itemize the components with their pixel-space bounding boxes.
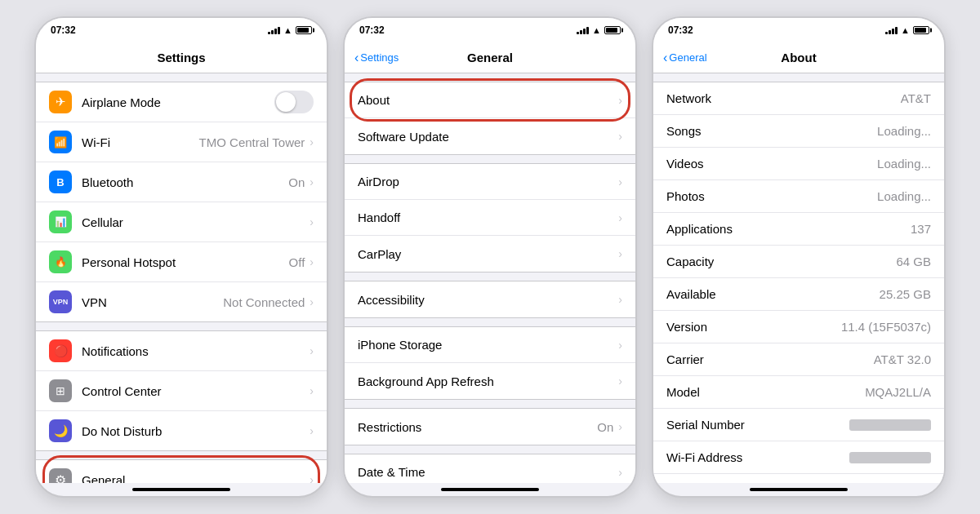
restrictions-chevron: › [618,420,622,433]
phone-general: 07:32 ▲ ‹ Settings General About › [343,16,637,498]
handoff-chevron: › [618,211,622,224]
row-restrictions[interactable]: Restrictions On › [345,409,635,445]
phone-about: 07:32 ▲ ‹ General About Network AT&T [652,16,946,498]
general-list-1: About › Software Update › [345,82,635,155]
row-wifi[interactable]: 📶 Wi-Fi TMO Central Tower › [36,122,327,162]
about-row-photos: Photos Loading... [653,180,944,213]
row-notifications[interactable]: 🔴 Notifications › [36,331,327,371]
about-row-network: Network AT&T [653,82,944,115]
model-value: MQAJ2LL/A [865,385,931,399]
about-row-bluetooth-addr: Bluetooth [653,474,944,483]
settings-group-notifications: 🔴 Notifications › ⊞ Control Center › 🌙 [36,330,327,451]
about-group-1: Network AT&T Songs Loading... Videos Loa… [653,82,944,483]
about-content: Network AT&T Songs Loading... Videos Loa… [653,73,944,483]
hotspot-label: Personal Hotspot [82,255,289,269]
row-personal-hotspot[interactable]: 🔥 Personal Hotspot Off › [36,242,327,282]
row-about[interactable]: About › [345,82,635,118]
battery-icon-1 [296,26,312,34]
general-list-5: Restrictions On › [345,408,635,445]
applications-value: 137 [911,222,931,236]
row-iphone-storage[interactable]: iPhone Storage › [345,327,635,363]
version-label: Version [666,320,841,334]
applications-label: Applications [666,222,911,236]
settings-content: ✈ Airplane Mode 📶 Wi-Fi TMO Central Towe… [36,73,327,483]
home-bar-2 [441,488,539,491]
model-label: Model [666,385,865,399]
available-value: 25.25 GB [880,287,931,301]
about-chevron: › [618,94,622,107]
general-group-3: Accessibility › [345,281,635,318]
battery-icon-3 [913,26,929,34]
back-to-general[interactable]: ‹ General [663,51,707,65]
back-to-settings[interactable]: ‹ Settings [354,51,399,65]
background-app-label: Background App Refresh [358,374,618,388]
wifi-icon-3: ▲ [901,25,910,35]
row-date-time[interactable]: Date & Time › [345,454,635,483]
general-group-5: Restrictions On › [345,408,635,445]
row-handoff[interactable]: Handoff › [345,200,635,236]
donotdisturb-label: Do Not Disturb [82,424,310,438]
row-control-center[interactable]: ⊞ Control Center › [36,371,327,411]
carplay-label: CarPlay [358,247,618,261]
about-list-1: Network AT&T Songs Loading... Videos Loa… [653,82,944,483]
version-value: 11.4 (15F5037c) [841,320,931,334]
vpn-chevron: › [310,295,314,308]
signal-bars-2 [577,26,589,34]
signal-bars-3 [885,26,898,34]
row-accessibility[interactable]: Accessibility › [345,281,635,317]
airplane-label: Airplane Mode [82,95,274,109]
row-do-not-disturb[interactable]: 🌙 Do Not Disturb › [36,411,327,450]
row-background-app-refresh[interactable]: Background App Refresh › [345,363,635,399]
general-row-icon: ⚙ [49,468,72,483]
about-row-applications: Applications 137 [653,213,944,246]
general-nav-title: General [467,51,513,64]
available-label: Available [666,287,880,301]
row-software-update[interactable]: Software Update › [345,118,635,154]
wifi-icon: ▲ [283,25,292,35]
carrier-value: AT&T 32.0 [874,352,931,366]
about-row-version: Version 11.4 (15F5037c) [653,311,944,343]
carplay-chevron: › [618,247,622,260]
airplane-toggle[interactable] [274,91,314,113]
nav-bar-about: ‹ General About [653,42,944,73]
back-chevron-2: ‹ [354,51,359,65]
row-airplane-mode[interactable]: ✈ Airplane Mode [36,82,327,122]
home-bar-3 [750,488,848,491]
vpn-row-icon: VPN [49,290,72,313]
donotdisturb-row-icon: 🌙 [49,419,72,442]
carrier-label: Carrier [666,352,874,366]
row-general[interactable]: ⚙ General › [36,460,327,483]
row-carplay[interactable]: CarPlay › [345,236,635,272]
signal-bars-1 [268,26,280,34]
cellular-row-icon: 📊 [49,210,72,233]
donotdisturb-chevron: › [310,424,314,437]
airdrop-chevron: › [618,175,622,188]
controlcenter-row-icon: ⊞ [49,379,72,402]
controlcenter-label: Control Center [82,384,310,398]
status-icons-1: ▲ [268,25,312,35]
status-bar-1: 07:32 ▲ [36,18,327,42]
time-2: 07:32 [359,24,385,36]
about-row-model: Model MQAJ2LL/A [653,376,944,409]
wifi-chevron: › [310,135,314,148]
bluetooth-label: Bluetooth [82,175,288,189]
cellular-label: Cellular [82,215,310,229]
wifi-address-redacted [849,452,931,463]
status-bar-3: 07:32 ▲ [653,18,944,42]
general-group-6: Date & Time › Keyboard › [345,454,635,483]
software-update-label: Software Update [358,130,618,144]
capacity-label: Capacity [666,255,896,268]
row-bluetooth[interactable]: B Bluetooth On › [36,162,327,202]
settings-list-3: ⚙ General › Aa Display & Brightness › [36,459,327,483]
back-chevron-3: ‹ [663,51,667,65]
capacity-value: 64 GB [896,255,931,268]
settings-title: Settings [157,51,205,64]
time-3: 07:32 [668,24,693,36]
songs-value: Loading... [877,124,931,138]
general-list-3: Accessibility › [345,281,635,318]
row-cellular[interactable]: 📊 Cellular › [36,202,327,242]
network-value: AT&T [901,91,931,105]
row-vpn[interactable]: VPN VPN Not Connected › [36,282,327,321]
row-airdrop[interactable]: AirDrop › [345,164,635,200]
airplane-icon: ✈ [49,91,72,113]
